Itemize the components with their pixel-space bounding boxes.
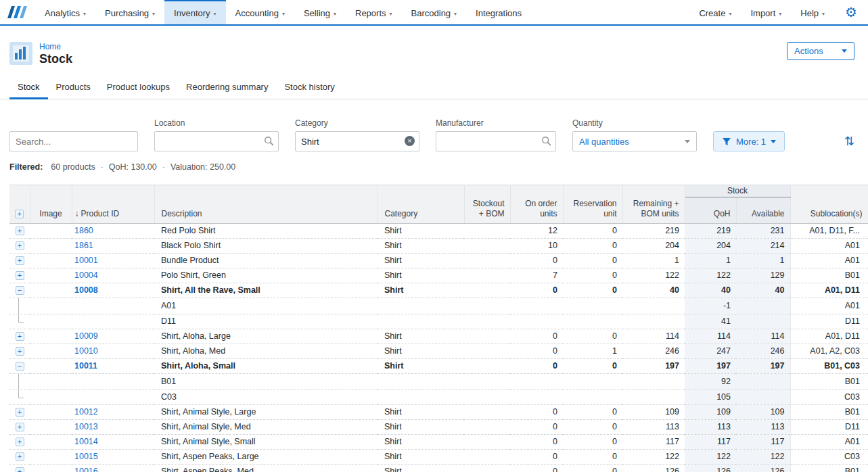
description-cell: Shirt, All the Rave, Small xyxy=(154,283,378,298)
expand-row-icon[interactable]: + xyxy=(16,467,24,472)
product-id-link[interactable]: 10004 xyxy=(74,270,98,280)
chevron-down-icon: ▾ xyxy=(214,9,216,17)
col-header-on-order[interactable]: On order units xyxy=(510,197,563,224)
category-cell: Shirt xyxy=(378,449,464,464)
nav-item-inventory[interactable]: Inventory▾ xyxy=(164,0,226,24)
product-id-link[interactable]: 10010 xyxy=(74,346,98,356)
table-row: +1861Black Polo ShirtShirt100204204214A0… xyxy=(9,238,868,253)
table-row: +10014Shirt, Animal Style, SmallShirt001… xyxy=(9,434,868,449)
col-header-category[interactable]: Category xyxy=(378,197,464,224)
expand-row-icon[interactable]: + xyxy=(16,271,24,280)
reservation-cell: 1 xyxy=(563,344,622,358)
location-label: Location xyxy=(154,118,279,128)
expand-all-icon[interactable]: + xyxy=(15,210,24,218)
expander-cell: − xyxy=(9,283,30,298)
available-cell: 214 xyxy=(736,238,790,253)
table-row: +10009Shirt, Aloha, LargeShirt0011411411… xyxy=(9,329,868,344)
product-id-link[interactable]: 10001 xyxy=(74,256,98,265)
col-header-product-id[interactable]: ↓Product ID xyxy=(72,197,154,224)
nav-item-import[interactable]: Import▾ xyxy=(741,0,791,24)
manufacturer-input[interactable] xyxy=(436,131,556,151)
product-id-link[interactable]: 10009 xyxy=(74,331,98,341)
col-header-reservation[interactable]: Reservation unit xyxy=(563,197,622,224)
nav-item-help[interactable]: Help▾ xyxy=(791,0,834,24)
col-header-description[interactable]: Description xyxy=(154,197,378,224)
page-header: Home Stock Actions xyxy=(0,26,868,76)
expand-row-icon[interactable]: + xyxy=(16,227,24,235)
tree-line xyxy=(18,314,24,323)
remaining-cell: 109 xyxy=(622,404,685,419)
sort-button[interactable]: ⇅ xyxy=(840,131,859,151)
image-cell xyxy=(30,449,72,464)
category-group: Category × xyxy=(295,118,419,151)
tab-stock[interactable]: Stock xyxy=(9,76,48,99)
product-id-link[interactable]: 10011 xyxy=(74,361,97,371)
app-logo[interactable] xyxy=(0,0,35,24)
category-cell: Shirt xyxy=(378,434,464,449)
col-header-image[interactable]: Image xyxy=(30,197,72,224)
chevron-down-icon: ▾ xyxy=(779,9,781,17)
product-id-link[interactable]: 1860 xyxy=(74,226,93,235)
category-label: Category xyxy=(295,118,419,128)
nav-item-analytics[interactable]: Analytics▾ xyxy=(35,0,95,24)
nav-item-accounting[interactable]: Accounting▾ xyxy=(226,0,294,24)
collapse-row-icon[interactable]: − xyxy=(16,286,24,295)
collapse-row-icon[interactable]: − xyxy=(16,362,24,371)
expand-row-icon[interactable]: + xyxy=(16,438,24,446)
tab-products[interactable]: Products xyxy=(48,76,99,99)
location-input[interactable] xyxy=(154,131,279,151)
remaining-cell: 40 xyxy=(622,283,685,298)
sublocation-cell: D11 xyxy=(790,314,868,329)
search-input[interactable] xyxy=(9,131,138,151)
expand-row-icon[interactable]: + xyxy=(16,347,24,356)
nav-item-barcoding[interactable]: Barcoding▾ xyxy=(402,0,467,24)
quantity-select[interactable]: All quantities xyxy=(572,131,697,151)
available-cell: 197 xyxy=(736,358,790,373)
breadcrumb-home-link[interactable]: Home xyxy=(39,42,72,51)
product-id-link[interactable]: 10015 xyxy=(74,452,98,461)
nav-item-purchasing[interactable]: Purchasing▾ xyxy=(95,0,164,24)
image-cell xyxy=(30,268,72,283)
expander-cell: + xyxy=(9,344,30,358)
category-input[interactable] xyxy=(295,131,419,151)
more-filters-button[interactable]: More: 1 xyxy=(713,131,785,151)
expand-row-icon[interactable]: + xyxy=(16,332,24,341)
expand-row-icon[interactable]: + xyxy=(16,241,24,250)
col-header-qoh[interactable]: QoH xyxy=(685,197,736,224)
col-header-remaining[interactable]: Remaining + BOM units xyxy=(622,197,685,224)
product-id-link[interactable]: 10016 xyxy=(74,467,98,472)
qoh-cell: 126 xyxy=(685,464,736,472)
product-id-link[interactable]: 10008 xyxy=(74,285,98,295)
nav-item-create[interactable]: Create▾ xyxy=(689,0,741,24)
expand-row-icon[interactable]: + xyxy=(16,408,24,417)
tab-stock-history[interactable]: Stock history xyxy=(276,76,342,99)
expand-row-icon[interactable]: + xyxy=(16,423,24,431)
product-id-link[interactable]: 10012 xyxy=(74,407,98,417)
product-id-link[interactable]: 10013 xyxy=(74,422,98,431)
col-header-sublocations[interactable]: Sublocation(s) xyxy=(790,197,868,224)
col-header-available[interactable]: Available xyxy=(736,197,790,224)
sublocation-name: C03 xyxy=(154,390,378,404)
sort-arrows-icon: ⇅ xyxy=(844,134,854,149)
tab-product-lookups[interactable]: Product lookups xyxy=(99,76,178,99)
expand-row-icon[interactable]: + xyxy=(16,256,24,265)
clear-filter-icon[interactable]: × xyxy=(405,136,415,146)
bracket-cell xyxy=(9,373,30,390)
chevron-down-icon: ▾ xyxy=(822,9,825,17)
chevron-down-icon: ▾ xyxy=(334,9,336,17)
sublocations-cell: C03 xyxy=(790,449,868,464)
nav-item-reports[interactable]: Reports▾ xyxy=(346,0,402,24)
product-id-link[interactable]: 10014 xyxy=(74,437,98,446)
settings-gear-icon[interactable]: ⚙ xyxy=(834,0,868,24)
remaining-cell: 197 xyxy=(622,358,685,373)
remaining-cell: 117 xyxy=(622,434,685,449)
nav-item-integrations[interactable]: Integrations xyxy=(466,0,531,24)
actions-button[interactable]: Actions xyxy=(787,42,854,60)
col-header-stockout[interactable]: Stockout + BOM xyxy=(464,197,510,224)
product-id-link[interactable]: 1861 xyxy=(74,241,93,250)
nav-item-selling[interactable]: Selling▾ xyxy=(294,0,346,24)
expand-row-icon[interactable]: + xyxy=(16,452,24,461)
tab-reordering-summary[interactable]: Reordering summary xyxy=(178,76,276,99)
category-cell: Shirt xyxy=(378,419,464,434)
on-order-cell: 10 xyxy=(510,238,563,253)
